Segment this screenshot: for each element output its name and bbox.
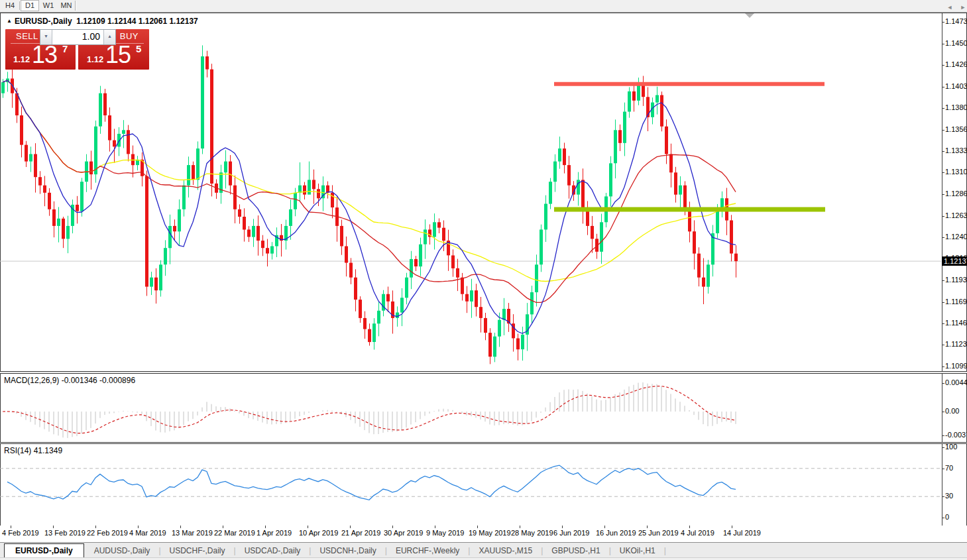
chart-symbol-period: EURUSD-,Daily <box>15 17 72 26</box>
date-axis-tick <box>308 526 308 528</box>
chart-tab-eurchf-weekly[interactable]: EURCHF-,Weekly <box>387 543 468 558</box>
rsi-label: RSI(14) 41.1349 <box>4 446 62 455</box>
price-axis-label: 1.12400 <box>945 233 967 241</box>
macd-label: MACD(12,26,9) -0.001346 -0.000896 <box>4 376 135 385</box>
tab-separator: | <box>664 546 666 555</box>
rsi-axis-label: 100 <box>945 443 957 451</box>
rsi-axis-label: 70 <box>945 464 953 472</box>
rsi-axis-label: 30 <box>945 492 953 500</box>
axis-tick <box>942 65 944 66</box>
buy-price-display[interactable]: 1.12 15 5 <box>78 42 149 68</box>
date-axis-tick <box>265 526 266 528</box>
price-axis-label: 1.12630 <box>945 211 967 219</box>
date-axis-tick <box>53 526 54 528</box>
price-axis-border <box>942 374 942 442</box>
axis-tick <box>942 383 944 384</box>
chart-tab-audusd-daily[interactable]: AUDUSD-,Daily <box>85 543 159 558</box>
chart-title: ▲EURUSD-,Daily 1.12109 1.12144 1.12061 1… <box>7 17 198 26</box>
axis-tick <box>942 412 944 412</box>
volume-spinner: ▼ 1.00 ▲ <box>40 29 116 45</box>
one-click-trading-panel: SELL 1.12 13 7 BUY 1.12 15 5 ▼ 1.00 ▲ <box>5 29 149 70</box>
date-axis-tick <box>732 526 732 528</box>
date-axis-tick <box>223 526 223 528</box>
price-axis-label: 1.14030 <box>945 82 967 90</box>
axis-tick <box>942 469 944 469</box>
date-axis-label: 4 Feb 2019 <box>2 529 39 537</box>
tab-scroll-left-icon[interactable]: ◄ <box>945 3 954 12</box>
chart-shift-marker-icon <box>745 13 754 18</box>
chart-tab-eurusd-daily[interactable]: EURUSD-,Daily <box>4 543 84 558</box>
chart-tab-usdchf-daily[interactable]: USDCHF-,Daily <box>161 543 234 558</box>
volume-input[interactable]: 1.00 <box>52 30 103 44</box>
sell-button[interactable]: SELL <box>16 31 38 41</box>
axis-tick <box>942 87 944 87</box>
timeframe-button-h4[interactable]: H4 <box>1 1 19 11</box>
price-axis-label: 1.10995 <box>945 362 967 370</box>
timeframe-button-mn[interactable]: MN <box>58 1 75 11</box>
axis-tick <box>942 366 944 367</box>
macd-axis-label: -0.003715 <box>945 431 967 439</box>
buy-price-pip: 5 <box>136 43 141 54</box>
date-axis-tick <box>138 526 139 528</box>
timeframe-toolbar: H4 D1 W1 MN <box>0 0 967 13</box>
price-axis-label: 1.12865 <box>945 190 967 197</box>
price-axis-border <box>942 444 942 526</box>
sell-price-display[interactable]: 1.12 13 7 <box>5 42 76 68</box>
chart-tab-usdcnh-daily[interactable]: USDCNH-,Daily <box>311 543 384 558</box>
date-axis-tick <box>647 526 648 528</box>
axis-tick <box>942 435 944 436</box>
toolbar-separator <box>75 1 76 11</box>
macd-axis-label: 0.00 <box>945 407 959 415</box>
date-axis-tick <box>350 526 351 528</box>
axis-tick <box>942 151 944 152</box>
date-axis-label: 28 May 2019 <box>511 529 553 537</box>
date-axis-label: 10 Apr 2019 <box>299 529 338 537</box>
axis-tick <box>942 323 944 324</box>
sell-price-big: 13 <box>32 41 57 69</box>
axis-tick <box>942 130 944 131</box>
axis-tick <box>942 518 944 518</box>
buy-button[interactable]: BUY <box>120 31 139 41</box>
axis-tick <box>942 108 944 109</box>
date-axis-label: 14 Jul 2019 <box>723 529 761 537</box>
date-axis-tick <box>95 526 96 528</box>
timeframe-button-w1[interactable]: W1 <box>40 1 57 11</box>
timeframe-button-d1[interactable]: D1 <box>21 0 39 11</box>
rsi-panel[interactable]: RSI(14) 41.1349 <box>0 443 967 526</box>
chart-tab-gbpusd-h1[interactable]: GBPUSD-,H1 <box>543 543 608 558</box>
price-axis-label: 1.13565 <box>945 125 967 133</box>
date-axis-tick <box>477 526 478 528</box>
axis-tick <box>942 447 944 448</box>
date-axis-label: 4 Jul 2019 <box>681 529 714 537</box>
price-axis-label: 1.14735 <box>945 17 967 25</box>
volume-increase-icon[interactable]: ▲ <box>103 30 115 44</box>
chart-ohlc-values: 1.12109 1.12144 1.12061 1.12137 <box>76 17 198 26</box>
volume-decrease-icon[interactable]: ▼ <box>40 30 52 44</box>
price-axis-label: 1.11695 <box>945 298 967 306</box>
toolbar-separator <box>19 1 20 10</box>
chart-tab-usdcad-daily[interactable]: USDCAD-,Daily <box>236 543 310 558</box>
macd-axis-label: 0.004465 <box>945 378 967 386</box>
macd-panel[interactable]: MACD(12,26,9) -0.001346 -0.000896 <box>0 373 967 443</box>
axis-tick <box>942 345 944 345</box>
date-axis-label: 25 Jun 2019 <box>638 529 679 537</box>
date-axis-tick <box>689 526 690 528</box>
price-axis-label: 1.14500 <box>945 39 967 47</box>
tab-scroll-right-icon[interactable]: ► <box>958 3 967 12</box>
date-axis-tick <box>604 526 605 528</box>
date-axis-label: 4 Mar 2019 <box>129 529 166 537</box>
axis-tick <box>942 22 944 23</box>
chart-tab-bar: EURUSD-,DailyAUDUSD-,Daily|USDCHF-,Daily… <box>0 542 967 558</box>
date-axis-label: 22 Mar 2019 <box>214 529 255 537</box>
chart-tab-xauusd-m15[interactable]: XAUUSD-,M15 <box>470 543 541 558</box>
sell-price-prefix: 1.12 <box>13 54 30 64</box>
date-axis-label: 1 Apr 2019 <box>256 529 292 537</box>
buy-price-big: 15 <box>105 41 131 69</box>
date-axis-label: 22 Feb 2019 <box>87 529 128 537</box>
axis-tick <box>942 172 944 173</box>
date-axis-label: 9 May 2019 <box>426 529 464 537</box>
date-axis-label: 13 Feb 2019 <box>44 529 85 537</box>
date-axis-label: 16 Jun 2019 <box>596 529 636 537</box>
chart-tab-ukoil-h1[interactable]: UKOil-,H1 <box>611 543 664 558</box>
rsi-axis-label: 0 <box>945 513 949 521</box>
